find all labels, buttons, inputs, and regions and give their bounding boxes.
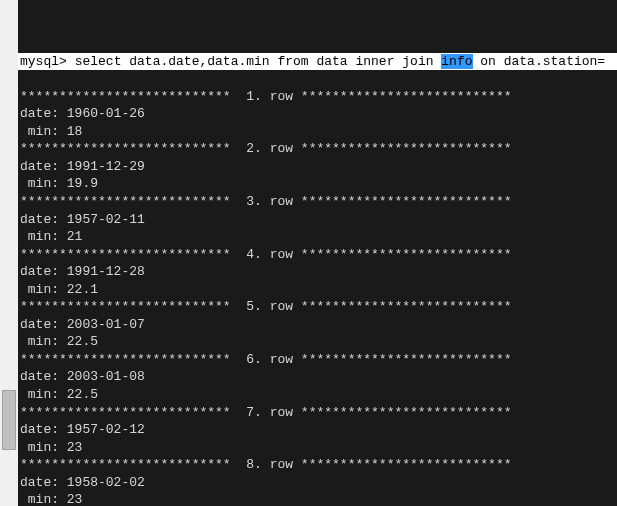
row-separator: *************************** 5. row *****… bbox=[18, 298, 617, 316]
row-date: date: 1991-12-29 bbox=[18, 158, 617, 176]
query-text-post: on data.station= bbox=[473, 54, 606, 69]
row-separator: *************************** 2. row *****… bbox=[18, 140, 617, 158]
row-min: min: 23 bbox=[18, 439, 617, 457]
row-date: date: 2003-01-08 bbox=[18, 368, 617, 386]
row-min: min: 22.5 bbox=[18, 333, 617, 351]
query-highlight-info: info bbox=[441, 54, 472, 69]
row-min: min: 21 bbox=[18, 228, 617, 246]
row-separator: *************************** 4. row *****… bbox=[18, 246, 617, 264]
scrollbar-thumb[interactable] bbox=[2, 390, 16, 450]
row-separator: *************************** 3. row *****… bbox=[18, 193, 617, 211]
query-text-pre: select data.date,data.min from data inne… bbox=[75, 54, 442, 69]
row-date: date: 1957-02-11 bbox=[18, 211, 617, 229]
scrollbar-track[interactable] bbox=[0, 0, 18, 506]
row-date: date: 1991-12-28 bbox=[18, 263, 617, 281]
row-min: min: 23 bbox=[18, 491, 617, 506]
row-date: date: 2003-01-07 bbox=[18, 316, 617, 334]
row-separator: *************************** 1. row *****… bbox=[18, 88, 617, 106]
row-separator: *************************** 6. row *****… bbox=[18, 351, 617, 369]
row-min: min: 22.5 bbox=[18, 386, 617, 404]
row-date: date: 1957-02-12 bbox=[18, 421, 617, 439]
row-date: date: 1958-02-02 bbox=[18, 474, 617, 492]
mysql-prompt: mysql> bbox=[20, 54, 67, 69]
row-min: min: 19.9 bbox=[18, 175, 617, 193]
row-separator: *************************** 7. row *****… bbox=[18, 404, 617, 422]
terminal-output[interactable]: mysql> select data.date,data.min from da… bbox=[18, 0, 617, 506]
mysql-command-line: mysql> select data.date,data.min from da… bbox=[18, 53, 617, 71]
row-min: min: 22.1 bbox=[18, 281, 617, 299]
row-separator: *************************** 8. row *****… bbox=[18, 456, 617, 474]
row-date: date: 1960-01-26 bbox=[18, 105, 617, 123]
top-partial-line bbox=[18, 18, 617, 36]
row-min: min: 18 bbox=[18, 123, 617, 141]
